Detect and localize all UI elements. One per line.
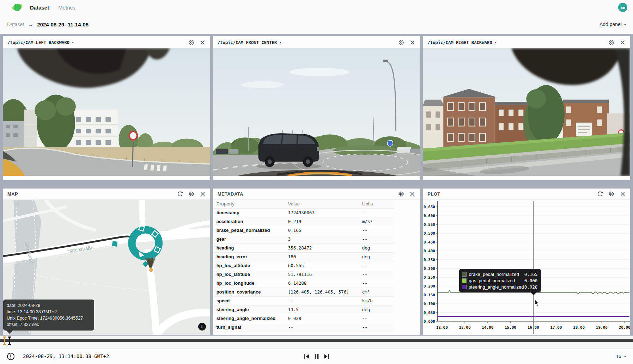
panel-map: MAP: [3, 189, 210, 335]
table-row[interactable]: acceleration0.219m/s²: [213, 217, 394, 226]
value-cell: 180: [285, 252, 359, 261]
value-cell: 0.219: [285, 217, 359, 226]
table-row[interactable]: steering_angle_normalized0.028--: [213, 314, 394, 323]
property-cell: acceleration: [213, 217, 285, 226]
property-cell: hp_loc_longitude: [213, 279, 285, 288]
add-panel-button[interactable]: Add panel ▾: [599, 21, 626, 27]
topic-selector-cam-right[interactable]: /topic/CAM_RIGHT_BACKWARD ▾: [427, 40, 497, 45]
map-view[interactable]: Hafenstraße Spoykanal date: 2024-08-29 t…: [3, 200, 210, 335]
breadcrumb-current: 2024-08-29--11-14-08: [37, 21, 89, 27]
gear-icon[interactable]: [398, 191, 404, 197]
svg-text:12.00: 12.00: [436, 325, 448, 330]
topic-selector-cam-left[interactable]: /topic/CAM_LEFT_BACKWARD ▾: [7, 40, 74, 45]
panel-header: /topic/CAM_RIGHT_BACKWARD ▾: [423, 36, 630, 48]
playback-timeline[interactable]: [0, 335, 633, 348]
plot-hover-legend: brake_pedal_normalized0.165gas_pedal_nor…: [459, 269, 541, 292]
playback-control-bar: 2024-08-29, 13:14:00.38 GMT+2 1x ▾: [0, 348, 633, 364]
column-header-value: Value: [285, 200, 359, 208]
table-row[interactable]: brake_pedal_normalized0.165--: [213, 226, 394, 235]
plot-body[interactable]: 0.0000.0500.1000.1500.2000.2500.3000.350…: [423, 200, 630, 335]
topic-selector-cam-front[interactable]: /topic/CAM_FRONT_CENTER ▾: [218, 40, 281, 45]
panel-plot: PLOT 0.0000.0500.1000.1500.2000.2500.300…: [423, 189, 630, 335]
close-icon[interactable]: [409, 191, 415, 197]
metadata-table-container: Property Value Units timestamp1724930063…: [213, 200, 420, 335]
camera-image-container: [213, 48, 420, 180]
refresh-icon[interactable]: [177, 191, 183, 197]
tooltip-date: date: 2024-08-29: [7, 302, 91, 309]
timeline-playhead-marker[interactable]: [8, 337, 11, 345]
svg-text:0.350: 0.350: [424, 258, 435, 262]
add-panel-label: Add panel: [599, 21, 622, 27]
skip-to-start-button[interactable]: [304, 353, 310, 359]
units-cell: deg: [359, 305, 394, 314]
legend-row: gas_pedal_normalized0.000: [462, 277, 537, 284]
value-cell: --: [285, 296, 359, 305]
column-header-units: Units: [359, 200, 394, 208]
close-icon[interactable]: [200, 191, 206, 197]
panel-cam-front-center: /topic/CAM_FRONT_CENTER ▾: [213, 36, 420, 180]
tab-metrics[interactable]: Metrics: [58, 5, 75, 11]
table-row[interactable]: hp_loc_altitude60.555--: [213, 261, 394, 270]
close-icon[interactable]: [620, 191, 626, 197]
legend-row: steering_angle_normalized0.028: [462, 284, 537, 290]
panel-header: PLOT: [423, 189, 630, 200]
alert-icon[interactable]: [7, 352, 15, 360]
legend-swatch: [462, 278, 467, 283]
gear-icon[interactable]: [188, 191, 194, 197]
table-row[interactable]: heading356.28472deg: [213, 243, 394, 252]
breadcrumb-root[interactable]: Dataset: [7, 21, 24, 27]
svg-text:0.250: 0.250: [424, 275, 435, 280]
close-icon[interactable]: [200, 39, 206, 45]
table-row[interactable]: hp_loc_longitude6.14288--: [213, 279, 394, 288]
table-row[interactable]: timestamp1724930063--: [213, 208, 394, 217]
table-row[interactable]: position_covariance[126.405, 126.405, 57…: [213, 288, 394, 296]
gear-icon[interactable]: [188, 39, 194, 45]
svg-text:0.650: 0.650: [424, 205, 435, 209]
table-row[interactable]: gear3--: [213, 235, 394, 243]
legend-swatch: [462, 272, 467, 277]
timeline-track[interactable]: [0, 339, 633, 342]
camera-image-right-backward: [423, 48, 630, 176]
units-cell: --: [359, 235, 394, 243]
property-cell: steering_angle_normalized: [213, 314, 285, 323]
info-icon[interactable]: i: [198, 323, 206, 331]
plot-chart[interactable]: 0.0000.0500.1000.1500.2000.2500.3000.350…: [423, 200, 630, 335]
value-cell: [126.405, 126.405, 576]: [285, 288, 359, 296]
table-row[interactable]: turn_signal----: [213, 323, 394, 332]
panel-title: MAP: [7, 191, 18, 197]
value-cell: 1724930063: [285, 208, 359, 217]
gear-icon[interactable]: [608, 191, 614, 197]
svg-text:15.00: 15.00: [505, 325, 516, 330]
svg-text:0.600: 0.600: [424, 214, 435, 218]
timeline-range-marker[interactable]: [3, 337, 6, 345]
skip-to-end-button[interactable]: [323, 353, 329, 359]
app-logo-icon[interactable]: [12, 3, 23, 12]
pause-button[interactable]: [314, 353, 319, 359]
user-avatar[interactable]: BE: [618, 3, 627, 12]
value-cell: 356.28472: [285, 243, 359, 252]
chevron-down-icon: ▾: [624, 23, 626, 26]
close-icon[interactable]: [409, 39, 415, 45]
tab-dataset[interactable]: Dataset: [30, 5, 49, 11]
units-cell: km/h: [359, 296, 394, 305]
table-row[interactable]: steering_angle13.5deg: [213, 305, 394, 314]
property-cell: speed: [213, 296, 285, 305]
playback-speed-selector[interactable]: 1x ▾: [616, 354, 626, 359]
legend-series-value: 0.165: [524, 272, 538, 277]
refresh-icon[interactable]: [597, 191, 603, 197]
value-cell: 6.14288: [285, 279, 359, 288]
gear-icon[interactable]: [398, 39, 404, 45]
units-cell: deg: [359, 243, 394, 252]
close-icon[interactable]: [620, 39, 626, 45]
property-cell: brake_pedal_normalized: [213, 226, 285, 235]
table-row[interactable]: speed--km/h: [213, 296, 394, 305]
units-cell: --: [359, 208, 394, 217]
topic-title: /topic/CAM_FRONT_CENTER: [218, 40, 277, 45]
table-row[interactable]: heading_error180deg: [213, 252, 394, 261]
table-row[interactable]: hp_loc_latitude51.791116--: [213, 270, 394, 279]
topic-title: /topic/CAM_LEFT_BACKWARD: [7, 40, 69, 45]
gear-icon[interactable]: [608, 39, 614, 45]
camera-image-left-backward: [3, 48, 210, 176]
panel-title: PLOT: [427, 191, 440, 197]
svg-text:20.00: 20.00: [619, 325, 630, 330]
